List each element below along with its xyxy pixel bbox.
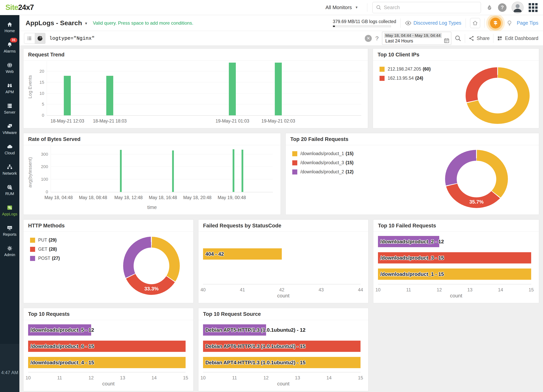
- whats-new-icon[interactable]: [486, 4, 493, 11]
- top20-failed-donut[interactable]: 35.7%: [445, 150, 508, 208]
- sidebar-item-reports[interactable]: Reports: [0, 221, 19, 241]
- search-icon: [376, 5, 381, 10]
- legend-item[interactable]: /downloads/product_2 (12): [292, 169, 354, 174]
- home-icon: [7, 21, 13, 28]
- x-tick: May 18, 16:48: [149, 195, 177, 200]
- sidebar-item-label: Home: [5, 29, 15, 33]
- sidebar-item-rum[interactable]: RUM: [0, 180, 19, 200]
- query-bar: ✕ ? May 18, 04:44 - May 19, 04:44 Last 2…: [19, 31, 543, 46]
- y-tick: 300: [41, 152, 48, 157]
- query-input[interactable]: [49, 35, 361, 41]
- bar-log-events[interactable]: [275, 63, 282, 115]
- legend-item[interactable]: PUT (29): [30, 237, 60, 243]
- legend-label: PUT: [38, 237, 47, 243]
- legend-item[interactable]: /downloads/product_1 (15): [292, 151, 354, 156]
- bar-failed-request[interactable]: /downloads/product_3 - 15: [378, 252, 531, 263]
- legend-count: (15): [345, 160, 354, 165]
- sidebar-item-label: Server: [4, 110, 16, 115]
- bar-bytes-sent[interactable]: [172, 151, 174, 192]
- y-axis-label: Log Events: [27, 75, 33, 99]
- bar-request-source[interactable]: Debian APT4-HTTP/1.3 (1.0.1ubuntu2) - 15: [203, 357, 361, 368]
- default-dashboard-button[interactable]: [470, 18, 480, 28]
- guided-tour-icon[interactable]: [490, 18, 501, 28]
- sidebar-item-cloud[interactable]: Cloud: [0, 139, 19, 160]
- bar-label: /downloads/product_3 - 15: [378, 255, 444, 261]
- x-tick: 18-May-21 12:03: [51, 118, 84, 124]
- legend-item[interactable]: /downloads/product_3 (15): [292, 160, 354, 165]
- sidebar-item-admin[interactable]: Admin: [0, 241, 19, 261]
- legend-item[interactable]: 212.198.247.205 (60): [379, 67, 431, 72]
- chart-view-button[interactable]: [35, 33, 45, 44]
- run-search-icon[interactable]: [455, 35, 461, 42]
- bar-request[interactable]: /downloads/product_5 - 12: [28, 324, 186, 336]
- site24x7-logo[interactable]: Site24x7: [6, 3, 34, 12]
- bar-status-404[interactable]: 404 - 42: [203, 248, 361, 260]
- monitor-scope-dropdown[interactable]: All Monitors ▼: [325, 5, 362, 11]
- discovered-log-types-link[interactable]: Discovered Log Types: [405, 20, 461, 26]
- share-button[interactable]: Share: [469, 35, 490, 41]
- http-methods-donut[interactable]: 33.3%: [123, 237, 180, 295]
- x-tick: 19-May-21 01:03: [215, 118, 249, 124]
- logo-dark: 24x7: [18, 3, 34, 11]
- chevron-down-icon[interactable]: ▼: [84, 22, 88, 26]
- x-tick: 11: [406, 287, 411, 292]
- panel-top10-request-source: Top 10 Request Source Debian APT5-HTTP/1…: [198, 308, 368, 391]
- sidebar-item-label: Web: [6, 69, 14, 74]
- panel-title: Top 10 Client IPs: [373, 49, 539, 61]
- search-input[interactable]: [384, 5, 477, 11]
- time-range-picker[interactable]: May 18, 04:44 - May 19, 04:44 Last 24 Ho…: [382, 32, 451, 45]
- bar-bytes-sent[interactable]: [233, 149, 234, 192]
- legend-label: GET: [38, 246, 47, 252]
- edit-dashboard-button[interactable]: Edit Dashboard: [497, 35, 538, 41]
- bar-failed-request[interactable]: /downloads/product_1 - 15: [378, 269, 531, 280]
- sidebar-item-home[interactable]: Home: [0, 17, 19, 37]
- clear-query-icon[interactable]: ✕: [365, 35, 372, 42]
- y-tick: 0: [46, 189, 48, 195]
- sidebar-item-web[interactable]: Web: [0, 58, 19, 78]
- client-ips-donut[interactable]: [466, 67, 530, 124]
- x-tick: 10: [375, 287, 381, 292]
- x-axis: 10 11 12 13 14 15: [203, 372, 361, 372]
- bar-request-source[interactable]: Debian APT5-HTTP/1.3 (1.0.1ubuntu2) - 12: [203, 324, 361, 336]
- x-axis-label: time: [23, 204, 281, 210]
- sidebar-item-label: APM: [6, 90, 14, 94]
- bar-failed-request[interactable]: /downloads/product_2 - 12: [378, 236, 531, 247]
- help-icon[interactable]: ?: [498, 3, 507, 12]
- page-title[interactable]: AppLogs - Search: [26, 19, 82, 27]
- legend-item[interactable]: GET (28): [30, 246, 60, 252]
- bar-log-events[interactable]: [229, 63, 236, 115]
- sidebar-item-server[interactable]: Server: [0, 99, 19, 119]
- bar-request[interactable]: /downloads/product_4 - 15: [28, 357, 186, 368]
- log-usage-text: 379.69 MB/11 GB logs collected: [333, 19, 396, 24]
- bar-request-source[interactable]: Debian APT6-HTTP/1.3 (1.0.1ubuntu2) - 15: [203, 341, 361, 352]
- legend-label: 162.13.95.54: [388, 76, 414, 81]
- sidebar-item-alarms[interactable]: 31 Alarms: [0, 37, 19, 58]
- panel-failed-by-statuscode: Failed Requests by StatusCode 404 - 42 4…: [198, 219, 368, 303]
- legend-item[interactable]: POST (27): [30, 256, 60, 261]
- sidebar-item-vmware[interactable]: VMware: [0, 119, 19, 139]
- bulb-icon[interactable]: [506, 20, 513, 26]
- apps-grid-icon[interactable]: [529, 3, 537, 12]
- globe-icon: [7, 62, 13, 68]
- legend-item[interactable]: 162.13.95.54 (24): [379, 76, 431, 81]
- bar-log-events[interactable]: [64, 76, 71, 115]
- topbar: Site24x7 All Monitors ▼ ?: [0, 0, 543, 15]
- user-avatar[interactable]: [512, 1, 524, 14]
- sidebar-item-apm[interactable]: APM: [0, 78, 19, 99]
- page-tips-link[interactable]: Page Tips: [517, 20, 538, 26]
- bar-bytes-sent[interactable]: [120, 150, 122, 192]
- query-help-icon[interactable]: ?: [375, 35, 379, 42]
- bar-log-events[interactable]: [106, 76, 113, 115]
- divider: [493, 34, 493, 43]
- divider: [367, 3, 367, 12]
- bar-bytes-sent[interactable]: [242, 150, 243, 192]
- view-toggle: [24, 33, 45, 44]
- legend-count: (12): [345, 169, 354, 174]
- sidebar-item-applogs[interactable]: AppLogs: [0, 200, 19, 221]
- sidebar-item-network[interactable]: Network: [0, 160, 19, 180]
- bar-request[interactable]: /downloads/product_6 - 15: [28, 341, 186, 352]
- list-view-button[interactable]: [24, 33, 35, 44]
- y-tick: 5: [42, 102, 44, 107]
- global-search[interactable]: [372, 2, 481, 13]
- x-axis-label: count: [23, 381, 193, 387]
